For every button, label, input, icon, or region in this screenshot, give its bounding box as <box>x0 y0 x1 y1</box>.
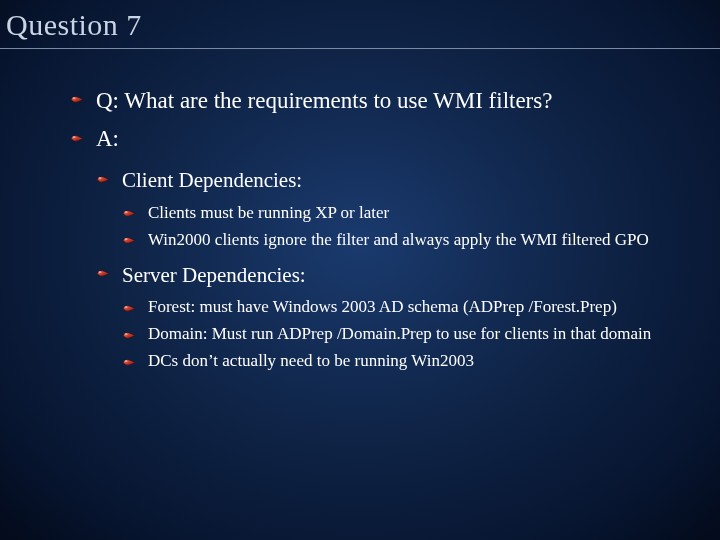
server-dependencies-label: Server Dependencies: <box>122 263 306 287</box>
list-item: Win2000 clients ignore the filter and al… <box>122 229 680 252</box>
bullet-list-level3: Clients must be running XP or later Win2… <box>122 202 680 252</box>
server-dep-item: Forest: must have Windows 2003 AD schema… <box>148 297 617 316</box>
list-item: A: Client Dependencies: Clients must be … <box>70 123 680 373</box>
slide: Question 7 Q: What are the requirements … <box>0 0 720 540</box>
bullet-icon <box>122 209 136 218</box>
bullet-icon <box>122 236 136 245</box>
bullet-list-level2: Client Dependencies: Clients must be run… <box>96 165 680 373</box>
list-item: Client Dependencies: Clients must be run… <box>96 165 680 251</box>
bullet-icon <box>122 358 136 367</box>
client-dep-item: Win2000 clients ignore the filter and al… <box>148 230 649 249</box>
bullet-icon <box>70 95 84 104</box>
list-item: DCs don’t actually need to be running Wi… <box>122 350 680 373</box>
bullet-icon <box>70 134 84 143</box>
bullet-icon <box>96 175 110 184</box>
bullet-icon <box>122 304 136 313</box>
server-dep-item: DCs don’t actually need to be running Wi… <box>148 351 474 370</box>
server-dep-item: Domain: Must run ADPrep /Domain.Prep to … <box>148 324 651 343</box>
list-item: Forest: must have Windows 2003 AD schema… <box>122 296 680 319</box>
bullet-list-level1: Q: What are the requirements to use WMI … <box>70 85 680 373</box>
client-dependencies-label: Client Dependencies: <box>122 168 302 192</box>
slide-content: Q: What are the requirements to use WMI … <box>0 49 720 373</box>
bullet-icon <box>122 331 136 340</box>
answer-label: A: <box>96 126 119 151</box>
slide-title: Question 7 <box>0 0 720 49</box>
bullet-list-level3: Forest: must have Windows 2003 AD schema… <box>122 296 680 373</box>
client-dep-item: Clients must be running XP or later <box>148 203 389 222</box>
bullet-icon <box>96 269 110 278</box>
question-text: Q: What are the requirements to use WMI … <box>96 88 552 113</box>
list-item: Q: What are the requirements to use WMI … <box>70 85 680 117</box>
list-item: Server Dependencies: Forest: must have W… <box>96 260 680 373</box>
list-item: Clients must be running XP or later <box>122 202 680 225</box>
list-item: Domain: Must run ADPrep /Domain.Prep to … <box>122 323 680 346</box>
